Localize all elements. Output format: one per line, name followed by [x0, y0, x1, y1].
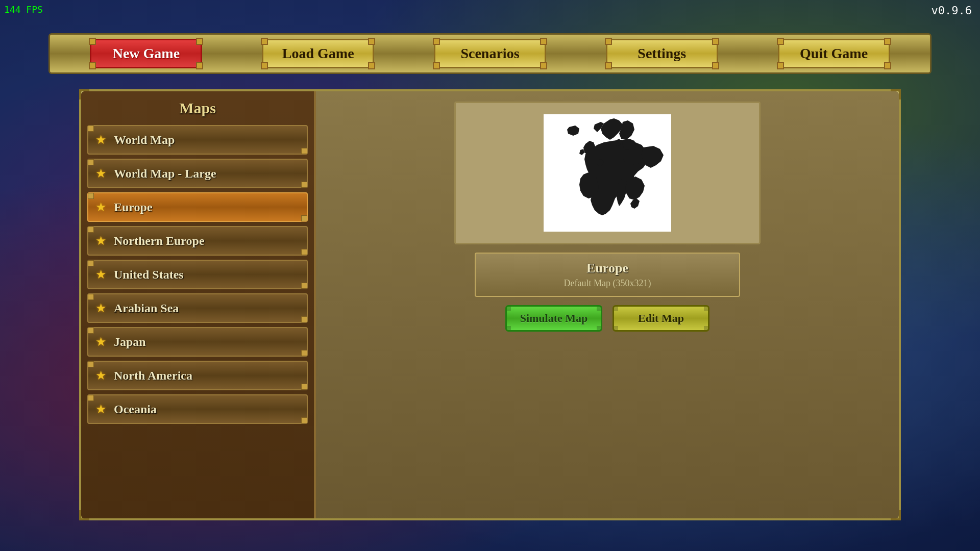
map-info-desc: Default Map (350x321) [486, 278, 729, 289]
corner-tl [605, 38, 612, 45]
panel-corner-bl [79, 510, 89, 520]
map-item-label: Arabian Sea [114, 302, 179, 315]
star-icon: ★ [95, 200, 107, 214]
corner-br [540, 62, 547, 69]
map-list-item-world-map-large[interactable]: ★World Map - Large [87, 159, 308, 188]
map-list-item-northern-europe[interactable]: ★Northern Europe [87, 226, 308, 256]
map-item-label: World Map [114, 133, 175, 147]
map-list-item-north-america[interactable]: ★North America [87, 361, 308, 390]
corner-tr [712, 38, 719, 45]
map-item-label: North America [114, 369, 192, 383]
map-list-item-united-states[interactable]: ★United States [87, 260, 308, 289]
corner-tl [433, 38, 440, 45]
btn-corner-br [704, 326, 708, 330]
corner-bl [777, 62, 784, 69]
map-list-item-world-map[interactable]: ★World Map [87, 125, 308, 155]
star-icon: ★ [95, 335, 107, 349]
corner-tr [368, 38, 375, 45]
corner-bl [261, 62, 268, 69]
star-icon: ★ [95, 133, 107, 147]
map-item-label: Northern Europe [114, 234, 205, 248]
map-item-label: United States [114, 268, 184, 282]
panel-corner-tl [79, 89, 89, 99]
edit-map-label: Edit Map [638, 312, 684, 325]
map-item-label: World Map - Large [114, 167, 216, 181]
scenarios-label: Scenarios [460, 45, 519, 62]
maps-title: Maps [81, 91, 314, 123]
load-game-button[interactable]: Load Game [262, 39, 374, 68]
corner-tl [261, 38, 268, 45]
simulate-map-label: Simulate Map [520, 312, 588, 325]
maps-panel: Maps ★World Map★World Map - Large★Europe… [81, 91, 316, 518]
map-item-label: Japan [114, 335, 146, 349]
map-image-container [454, 102, 761, 244]
maps-list: ★World Map★World Map - Large★Europe★Nort… [81, 123, 314, 518]
star-icon: ★ [95, 301, 107, 315]
new-game-label: New Game [113, 45, 180, 62]
edit-map-button[interactable]: Edit Map [612, 305, 709, 332]
nav-bar: New Game Load Game Scenarios Settings Qu… [48, 33, 932, 74]
panel-corner-br [891, 510, 901, 520]
preview-panel: Europe Default Map (350x321) Simulate Ma… [316, 91, 899, 518]
star-icon: ★ [95, 402, 107, 416]
corner-tr [540, 38, 547, 45]
version-label: v0.9.6 [932, 4, 972, 17]
map-info-name: Europe [486, 261, 729, 276]
map-item-label: Oceania [114, 403, 157, 416]
btn-corner-tr [597, 307, 601, 311]
settings-button[interactable]: Settings [606, 39, 718, 68]
fps-counter: 144 FPS [4, 4, 43, 15]
btn-corner-bl [507, 326, 511, 330]
map-list-item-oceania[interactable]: ★Oceania [87, 394, 308, 424]
btn-corner-br [597, 326, 601, 330]
panel-corner-tr [891, 89, 901, 99]
corner-tl [89, 38, 96, 45]
map-list-item-arabian-sea[interactable]: ★Arabian Sea [87, 293, 308, 323]
star-icon: ★ [95, 166, 107, 181]
quit-game-label: Quit Game [800, 45, 868, 62]
action-buttons: Simulate Map Edit Map [505, 305, 709, 332]
map-list-item-europe[interactable]: ★Europe [87, 192, 308, 222]
btn-corner-tl [507, 307, 511, 311]
corner-tl [777, 38, 784, 45]
corner-br [196, 62, 203, 69]
btn-corner-tr [704, 307, 708, 311]
europe-map-svg [544, 114, 671, 232]
map-list-item-japan[interactable]: ★Japan [87, 327, 308, 357]
corner-bl [89, 62, 96, 69]
scenarios-button[interactable]: Scenarios [434, 39, 546, 68]
star-icon: ★ [95, 267, 107, 282]
corner-bl [433, 62, 440, 69]
corner-bl [605, 62, 612, 69]
map-item-label: Europe [114, 201, 153, 214]
btn-corner-tl [614, 307, 618, 311]
corner-br [884, 62, 891, 69]
map-info-box: Europe Default Map (350x321) [475, 253, 740, 297]
corner-tr [884, 38, 891, 45]
corner-br [368, 62, 375, 69]
new-game-button[interactable]: New Game [90, 39, 202, 68]
btn-corner-bl [614, 326, 618, 330]
load-game-label: Load Game [282, 45, 354, 62]
corner-tr [196, 38, 203, 45]
star-icon: ★ [95, 368, 107, 383]
star-icon: ★ [95, 234, 107, 248]
simulate-map-button[interactable]: Simulate Map [505, 305, 602, 332]
main-panel: Maps ★World Map★World Map - Large★Europe… [79, 89, 901, 520]
settings-label: Settings [638, 45, 686, 62]
quit-game-button[interactable]: Quit Game [778, 39, 890, 68]
corner-br [712, 62, 719, 69]
